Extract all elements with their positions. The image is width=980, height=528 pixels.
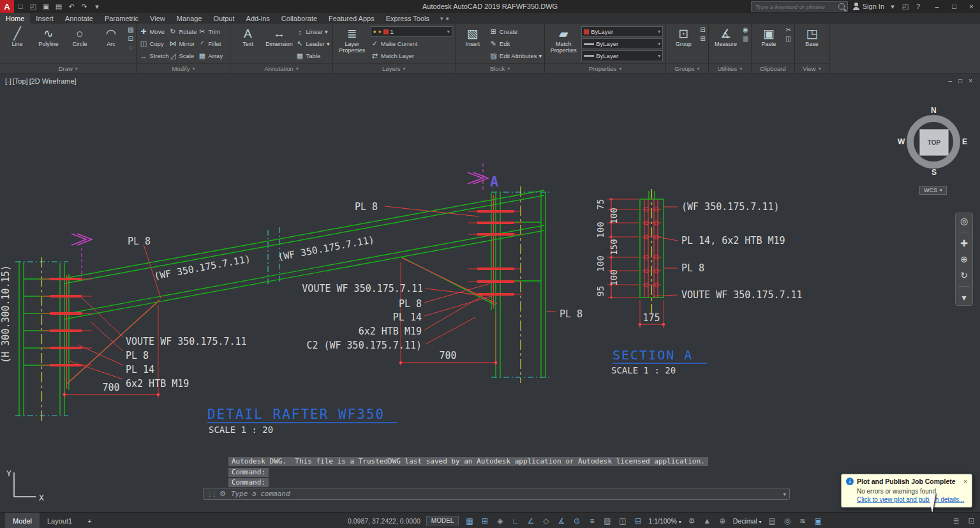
scale-button[interactable]: ◿Scale bbox=[168, 50, 198, 62]
clean-screen-icon[interactable]: ⊡ bbox=[967, 517, 976, 525]
command-input-bar[interactable]: ⋮⋮ ⚙ ▾ bbox=[203, 488, 790, 500]
leader-button[interactable]: ↖Leader▾ bbox=[295, 38, 329, 50]
group-edit-icon[interactable]: ⊞ bbox=[700, 35, 705, 43]
panel-label-view[interactable]: View ▾ bbox=[795, 63, 829, 73]
ribbon-tab-add-ins[interactable]: Add-ins bbox=[241, 13, 276, 24]
viewcube-north[interactable]: N bbox=[931, 106, 937, 115]
text-button[interactable]: A Text bbox=[233, 26, 262, 63]
linear-button[interactable]: ↕Linear▾ bbox=[295, 26, 329, 38]
match-properties-button[interactable]: ▰ Match Properties bbox=[547, 26, 579, 63]
ribbon-pin-icon[interactable]: ● bbox=[445, 15, 449, 22]
ungroup-icon[interactable]: ⊟ bbox=[700, 26, 705, 34]
wcs-menu[interactable]: WCS ▾ bbox=[919, 186, 947, 195]
quick-properties-icon[interactable]: ▤ bbox=[768, 517, 777, 525]
units-control[interactable]: Decimal ▾ bbox=[733, 517, 762, 525]
group-button[interactable]: ⊡ Group bbox=[669, 26, 698, 63]
restore-button[interactable]: □ bbox=[946, 0, 963, 13]
cut-icon[interactable]: ✂ bbox=[785, 26, 791, 34]
ribbon-tab-parametric[interactable]: Parametric bbox=[99, 13, 144, 24]
paste-button[interactable]: ▣ Paste bbox=[754, 26, 783, 63]
stretch-button[interactable]: ↔Stretch bbox=[139, 50, 168, 62]
dynamic-input-icon[interactable]: ⊟ bbox=[633, 517, 642, 525]
ribbon-tab-express-tools[interactable]: Express Tools bbox=[380, 13, 435, 24]
model-space-toggle[interactable]: MODEL bbox=[426, 516, 459, 525]
linetype-dropdown[interactable]: ByLayer ▾ bbox=[581, 38, 663, 49]
recent-commands-icon[interactable]: ▾ bbox=[783, 491, 786, 497]
osnap-tracking-icon[interactable]: ∡ bbox=[556, 517, 566, 525]
grid-icon[interactable]: ▦ bbox=[464, 517, 474, 525]
hatch-icon[interactable]: ▨ bbox=[128, 26, 133, 34]
quick-select-icon[interactable]: ◉ bbox=[743, 26, 748, 34]
ribbon-minimize-icon[interactable]: ▾ bbox=[440, 15, 443, 22]
polyline-button[interactable]: ∿ Polyline bbox=[34, 26, 63, 63]
ribbon-tab-manage[interactable]: Manage bbox=[171, 13, 208, 24]
selection-cycling-icon[interactable]: ◫ bbox=[618, 517, 627, 525]
viewcube[interactable]: N W E S TOP bbox=[898, 107, 969, 177]
annotation-visibility-icon[interactable]: ▲ bbox=[702, 517, 712, 525]
graphics-performance-icon[interactable]: ≋ bbox=[798, 517, 808, 525]
measure-button[interactable]: ∡ Measure bbox=[711, 26, 741, 63]
sign-in-button[interactable]: Sign In bbox=[863, 3, 884, 10]
viewcube-top-face[interactable]: TOP bbox=[919, 129, 949, 156]
copy-clip-icon[interactable]: ◫ bbox=[785, 35, 791, 43]
undo-icon[interactable]: ↶ bbox=[65, 3, 78, 11]
minimize-button[interactable]: – bbox=[928, 0, 946, 13]
edit-block-button[interactable]: ✎Edit bbox=[489, 38, 542, 50]
create-block-button[interactable]: ⊞Create bbox=[489, 26, 542, 38]
revision-cloud-icon[interactable]: ◌ bbox=[128, 44, 133, 52]
plot-notification-icon[interactable]: ▣ bbox=[813, 517, 823, 525]
isolate-objects-icon[interactable]: ◎ bbox=[783, 517, 792, 525]
viewcube-south[interactable]: S bbox=[932, 168, 937, 177]
add-layout-button[interactable]: + bbox=[80, 513, 99, 528]
search-box[interactable] bbox=[751, 1, 848, 11]
model-tab[interactable]: Model bbox=[5, 513, 40, 528]
drawing-canvas[interactable]: [-] [Top] [2D Wireframe] – □ × bbox=[0, 73, 980, 512]
quick-calc-icon[interactable]: ▥ bbox=[743, 35, 748, 43]
panel-label-layers[interactable]: Layers ▾ bbox=[333, 63, 455, 73]
command-grip-icon[interactable]: ⋮⋮ bbox=[207, 490, 216, 497]
orbit-icon[interactable]: ↻ bbox=[960, 270, 968, 280]
viewport-menu-control[interactable]: [-] bbox=[5, 77, 11, 85]
fillet-button[interactable]: ◜Fillet bbox=[198, 38, 227, 50]
base-button[interactable]: ◳ Base bbox=[798, 26, 827, 63]
polar-tracking-icon[interactable]: ∠ bbox=[526, 517, 535, 525]
viewport-restore-icon[interactable]: □ bbox=[958, 77, 962, 84]
make-current-button[interactable]: ✓Make Current bbox=[371, 38, 452, 50]
panel-label-modify[interactable]: Modify ▾ bbox=[137, 63, 230, 73]
ortho-icon[interactable]: ∟ bbox=[510, 517, 520, 525]
redo-icon[interactable]: ↷ bbox=[78, 3, 91, 11]
app-store-icon[interactable]: ◰ bbox=[899, 3, 912, 11]
match-layer-button[interactable]: ⇄Match Layer bbox=[371, 50, 452, 62]
object-snap-icon[interactable]: ⊙ bbox=[572, 517, 581, 525]
trim-button[interactable]: ✂Trim bbox=[198, 26, 227, 38]
arc-button[interactable]: ◠ Arc bbox=[96, 26, 126, 63]
new-icon[interactable]: □ bbox=[14, 3, 27, 10]
infer-constraints-icon[interactable]: ◈ bbox=[495, 517, 505, 525]
ribbon-tab-annotate[interactable]: Annotate bbox=[59, 13, 99, 24]
pan-icon[interactable]: ✚ bbox=[960, 238, 968, 248]
lineweight-icon[interactable]: ≡ bbox=[587, 517, 597, 525]
isometric-drafting-icon[interactable]: ◇ bbox=[541, 517, 551, 525]
circle-button[interactable]: ○ Circle bbox=[65, 26, 94, 63]
array-button[interactable]: ▦Array bbox=[198, 50, 227, 62]
command-input[interactable] bbox=[230, 489, 780, 499]
workspace-gear-icon[interactable]: ⚙ bbox=[687, 517, 697, 525]
ribbon-tab-home[interactable]: Home bbox=[0, 13, 30, 24]
viewport-minimize-icon[interactable]: – bbox=[949, 77, 953, 84]
person-icon[interactable] bbox=[853, 7, 859, 10]
autoscale-icon[interactable]: ⊕ bbox=[718, 517, 727, 525]
copy-button[interactable]: ◫Copy bbox=[139, 38, 168, 50]
panel-label-groups[interactable]: Groups ▾ bbox=[666, 63, 708, 73]
search-icon[interactable] bbox=[838, 3, 845, 10]
panel-label-draw[interactable]: Draw ▾ bbox=[0, 63, 136, 73]
viewport-visual-style-control[interactable]: [2D Wireframe] bbox=[29, 77, 77, 85]
ribbon-tab-view[interactable]: View bbox=[144, 13, 171, 24]
qat-dropdown-icon[interactable]: ▾ bbox=[91, 3, 103, 11]
layout1-tab[interactable]: Layout1 bbox=[40, 513, 80, 528]
save-icon[interactable]: ▣ bbox=[40, 3, 52, 11]
open-icon[interactable]: ◰ bbox=[27, 3, 40, 11]
panel-label-properties[interactable]: Properties ▾ bbox=[545, 63, 665, 73]
annotation-scale-control[interactable]: 1:1/100% ▾ bbox=[648, 517, 681, 525]
table-button[interactable]: ▦Table bbox=[295, 50, 329, 62]
dimension-button[interactable]: ↔ Dimension bbox=[264, 26, 293, 63]
